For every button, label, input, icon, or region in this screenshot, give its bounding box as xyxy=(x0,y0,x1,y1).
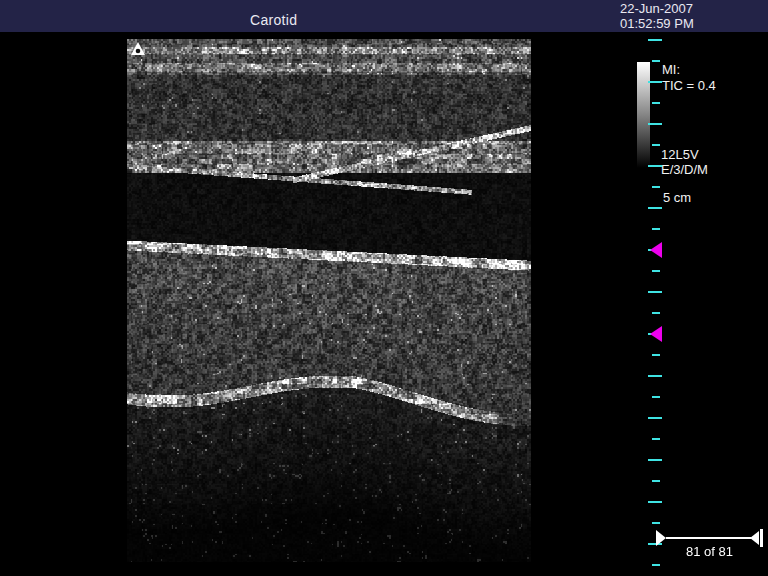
ruler-tick xyxy=(652,270,660,272)
ruler-tick xyxy=(648,459,662,461)
probe-orientation-icon xyxy=(130,41,146,57)
frame-counter: 81 of 81 xyxy=(686,544,733,559)
ruler-tick xyxy=(652,522,660,524)
cine-end-stop xyxy=(760,529,763,547)
ruler-tick xyxy=(648,291,662,293)
focus-marker-icon[interactable] xyxy=(650,326,662,342)
ruler-tick xyxy=(652,480,660,482)
header-bar: Carotid 22-Jun-2007 01:52:59 PM xyxy=(0,0,768,32)
ruler-tick xyxy=(652,186,660,188)
ruler-tick xyxy=(648,501,662,503)
ultrasound-canvas xyxy=(127,39,531,562)
tic-value: TIC = 0.4 xyxy=(662,78,716,93)
ruler-tick xyxy=(648,207,662,209)
ruler-tick xyxy=(648,165,662,167)
ruler-tick xyxy=(648,123,662,125)
ruler-tick xyxy=(652,102,660,104)
exam-preset-title: Carotid xyxy=(250,12,297,28)
ruler-tick xyxy=(648,375,662,377)
ruler-tick xyxy=(652,396,660,398)
ruler-tick xyxy=(652,438,660,440)
date-label: 22-Jun-2007 xyxy=(620,1,694,16)
ruler-tick xyxy=(648,417,662,419)
transducer-label: 12L5V xyxy=(661,147,699,162)
ruler-tick xyxy=(652,228,660,230)
ruler-tick xyxy=(652,60,660,62)
mi-label: MI: xyxy=(662,62,680,77)
ruler-tick xyxy=(652,144,660,146)
datetime-block: 22-Jun-2007 01:52:59 PM xyxy=(620,1,694,31)
cine-end-marker-icon xyxy=(750,531,759,545)
ruler-tick xyxy=(652,564,660,566)
imaging-params-label: E/3/D/M xyxy=(661,162,708,177)
time-label: 01:52:59 PM xyxy=(620,16,694,31)
ruler-tick xyxy=(652,312,660,314)
grayscale-bar xyxy=(637,62,650,168)
ultrasound-screen: Carotid 22-Jun-2007 01:52:59 PM MI: TIC … xyxy=(0,0,768,576)
ruler-tick xyxy=(652,354,660,356)
cine-progress-track[interactable] xyxy=(666,537,751,539)
cine-position-marker[interactable] xyxy=(656,530,666,546)
ruler-tick xyxy=(648,81,662,83)
ruler-tick xyxy=(648,39,662,41)
ultrasound-image xyxy=(127,39,531,562)
focus-marker-icon[interactable] xyxy=(650,242,662,258)
depth-label: 5 cm xyxy=(663,190,691,205)
